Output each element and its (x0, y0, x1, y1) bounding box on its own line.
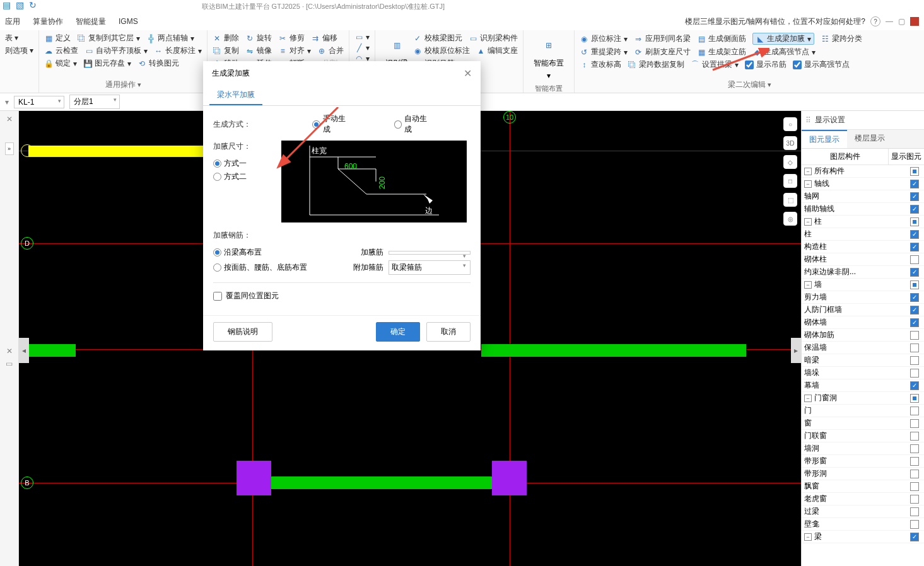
tree-row[interactable]: −所有构件 (802, 165, 924, 178)
btn-check-elev[interactable]: ↕查改标高 (580, 59, 621, 70)
tree-row[interactable]: 墙洞 (802, 442, 924, 455)
window-box-icon[interactable] (910, 17, 919, 26)
btn-copy[interactable]: ⿻复制 (213, 45, 239, 56)
vt-orbit[interactable]: ○ (783, 117, 797, 131)
tree-expander[interactable]: − (804, 281, 812, 289)
tree-row[interactable]: −轴线 (802, 178, 924, 190)
menu-app[interactable]: 应用 (5, 16, 20, 27)
tree-checkbox[interactable] (910, 419, 919, 428)
tab-element-display[interactable]: 图元显示 (802, 130, 847, 148)
tree-checkbox[interactable] (910, 394, 919, 403)
btn-define[interactable]: ▦定义 (44, 33, 71, 43)
btn-span-classify[interactable]: ☷梁跨分类 (821, 33, 862, 45)
btn-smart-layout[interactable]: ⊞ 智能布置▾ (529, 33, 569, 83)
tree-checkbox[interactable] (910, 217, 919, 226)
btn-sel-options[interactable]: 则选项 ▾ (5, 45, 33, 56)
btn-offset[interactable]: ⇉偏移 (311, 33, 337, 43)
help-search-text[interactable]: 楼层三维显示图元/轴网有错位，位置不对应如何处理? (685, 16, 865, 27)
btn-copy-floor[interactable]: ⿻复制到其它层 ▾ (77, 33, 140, 43)
tree-checkbox[interactable] (910, 470, 919, 478)
left-panel-icon[interactable]: ▭ (6, 359, 13, 368)
tree-expander[interactable]: − (804, 180, 812, 188)
btn-convert-element[interactable]: ⟲转换图元 (137, 58, 179, 69)
btn-delete[interactable]: ✕删除 (213, 33, 239, 43)
btn-gen-high-strength[interactable]: ◆生成高强节点 ▾ (752, 47, 816, 57)
tree-checkbox[interactable] (910, 369, 919, 378)
tree-row[interactable]: 带形窗 (802, 455, 924, 468)
tree-checkbox[interactable] (910, 230, 919, 239)
radio-along-height[interactable]: 沿梁高布置 (213, 247, 262, 258)
menu-smart[interactable]: 智能提量 (76, 16, 106, 27)
tree-row[interactable]: 剪力墙 (802, 291, 924, 304)
tree-expander[interactable]: − (804, 533, 812, 541)
radio-manual[interactable]: 手动生成 (312, 113, 351, 135)
tree-checkbox[interactable] (910, 318, 919, 327)
tree-row[interactable]: −柱 (802, 216, 924, 228)
beam-green-right[interactable] (481, 344, 746, 357)
chk-cover-same-pos-input[interactable] (213, 292, 222, 301)
btn-mirror[interactable]: ⇋镜像 (245, 45, 272, 56)
tree-row[interactable]: 砌体加筋 (802, 329, 924, 342)
tree-checkbox[interactable] (910, 167, 919, 176)
combo-component[interactable]: KL-1 (14, 96, 64, 108)
tree-checkbox[interactable] (910, 507, 919, 516)
btn-auto-align-top[interactable]: ▭自动平齐顶板 ▾ (85, 45, 148, 56)
tree-checkbox[interactable] (910, 432, 919, 441)
left-close-icon-2[interactable]: ✕ (6, 347, 13, 355)
window-max-icon[interactable]: ▢ (898, 17, 905, 26)
tree-expander[interactable]: − (804, 168, 812, 175)
tree-row[interactable]: 带形洞 (802, 468, 924, 480)
tree-checkbox[interactable] (910, 495, 919, 504)
tree-checkbox[interactable] (910, 306, 919, 315)
layer-tree[interactable]: −所有构件−轴线轴网辅助轴线−柱柱构造柱砌体柱约束边缘非阴...−墙剪力墙人防门… (802, 165, 924, 566)
tree-checkbox[interactable] (910, 205, 919, 214)
left-collapse-handle[interactable]: ◂ (19, 338, 29, 363)
top-icon-3[interactable]: ↻ (29, 0, 37, 10)
tree-row[interactable]: −墙 (802, 279, 924, 291)
tree-checkbox[interactable] (910, 407, 919, 415)
btn-refresh-support[interactable]: ⟳刷新支座尺寸 (634, 47, 691, 57)
tree-checkbox[interactable] (910, 444, 919, 453)
btn-select-mode[interactable]: 表 ▾ (5, 33, 18, 43)
tree-expander[interactable]: − (804, 395, 812, 402)
tree-expander[interactable]: − (804, 218, 812, 226)
tree-row[interactable]: 轴网 (802, 190, 924, 203)
chk-show-hang[interactable]: 显示吊筋 (745, 59, 787, 70)
chk-show-hs[interactable]: 显示高强节点 (793, 59, 850, 70)
btn-rebar-explain[interactable]: 钢筋说明 (213, 322, 272, 342)
btn-cancel[interactable]: 取消 (426, 322, 471, 342)
tree-row[interactable]: 幕墙 (802, 379, 924, 392)
left-close-icon[interactable]: ✕ (6, 115, 13, 124)
tree-row[interactable]: 人防门框墙 (802, 304, 924, 316)
window-min-icon[interactable]: — (886, 17, 893, 26)
tree-row[interactable]: 过梁 (802, 505, 924, 518)
tree-row[interactable]: 砌体柱 (802, 253, 924, 266)
dialog-titlebar[interactable]: 生成梁加腋 ✕ (203, 61, 481, 86)
tree-checkbox[interactable] (910, 192, 919, 201)
btn-draw-1[interactable]: ▭▾ (354, 33, 370, 42)
help-icon[interactable]: ? (870, 16, 880, 26)
tree-checkbox[interactable] (910, 482, 919, 491)
tree-row[interactable]: 辅助轴线 (802, 203, 924, 216)
btn-gen-beam-haunch[interactable]: ◣生成梁加腋 ▾ (752, 33, 814, 45)
tree-row[interactable]: −梁 (802, 531, 924, 543)
btn-gen-frame-rebar[interactable]: ▦生成架立筋 (697, 47, 746, 57)
tree-checkbox[interactable] (910, 520, 919, 529)
menu-igms[interactable]: IGMS (119, 17, 138, 26)
radio-mode1[interactable]: 方式一 (213, 158, 247, 169)
chk-show-hs-input[interactable] (793, 61, 802, 69)
tree-row[interactable]: 窗 (802, 417, 924, 430)
tree-row[interactable]: 柱 (802, 228, 924, 241)
dialog-tab-horizontal[interactable]: 梁水平加腋 (209, 86, 262, 105)
radio-by-face[interactable]: 按面筋、腰筋、底筋布置 (213, 262, 307, 273)
btn-two-point-axis[interactable]: ╬两点辅轴 ▾ (146, 33, 194, 43)
right-collapse-handle[interactable]: ▸ (791, 338, 801, 363)
btn-align[interactable]: ≡对齐 ▾ (278, 45, 311, 56)
btn-length-dim[interactable]: ↔长度标注 ▾ (154, 45, 202, 56)
chk-cover-same-pos[interactable]: 覆盖同位置图元 (213, 291, 279, 301)
tree-row[interactable]: 暗梁 (802, 354, 924, 367)
combo-haunch-rebar[interactable] (389, 251, 471, 255)
rp-grip-icon[interactable]: ⠿ (805, 116, 811, 125)
tree-row[interactable]: 砌体墙 (802, 316, 924, 329)
btn-apply-same-name[interactable]: ⇒应用到同名梁 (634, 33, 691, 45)
